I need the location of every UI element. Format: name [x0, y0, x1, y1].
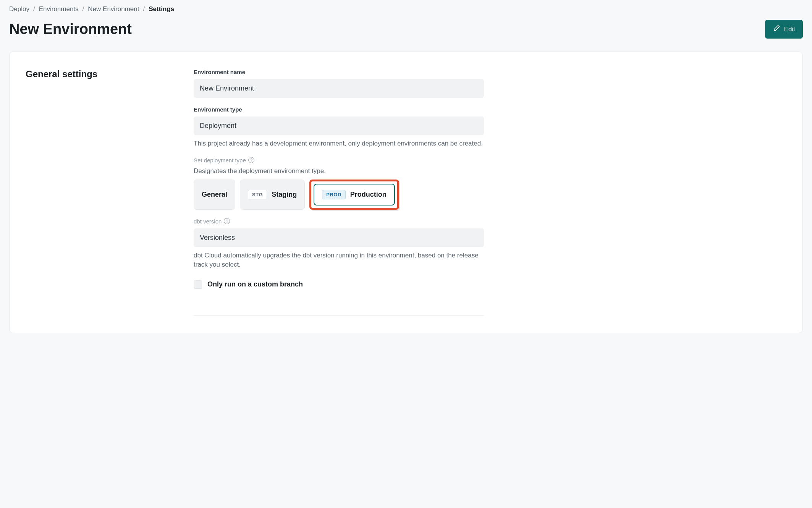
section-title: General settings [26, 69, 186, 79]
breadcrumb-new-environment[interactable]: New Environment [88, 5, 139, 13]
settings-card: General settings Environment name New En… [9, 52, 803, 333]
dbt-version-value: Versionless [194, 228, 484, 247]
deployment-type-options: General STG Staging PROD Production [194, 180, 484, 210]
deployment-option-label: Production [350, 191, 387, 199]
dbt-version-help: dbt Cloud automatically upgrades the dbt… [194, 251, 484, 270]
deployment-type-label: Set deployment type ? [194, 157, 484, 163]
breadcrumb-current: Settings [149, 5, 174, 13]
env-name-label: Environment name [194, 69, 484, 75]
env-name-value: New Environment [194, 79, 484, 98]
dbt-version-label-text: dbt version [194, 218, 222, 225]
deployment-type-label-text: Set deployment type [194, 157, 246, 163]
pencil-icon [773, 24, 780, 34]
section-divider [194, 315, 484, 316]
production-badge: PROD [322, 190, 346, 199]
deployment-option-production[interactable]: PROD Production [314, 184, 395, 205]
deployment-type-subtext: Designates the deployment environment ty… [194, 167, 484, 175]
help-icon[interactable]: ? [224, 218, 230, 224]
production-highlight: PROD Production [309, 180, 399, 210]
help-icon[interactable]: ? [248, 157, 254, 163]
breadcrumb-sep: / [143, 5, 145, 13]
field-environment-type: Environment type Deployment This project… [194, 106, 484, 149]
edit-button-label: Edit [784, 26, 795, 33]
env-type-label: Environment type [194, 106, 484, 113]
deployment-option-staging[interactable]: STG Staging [240, 180, 305, 210]
breadcrumb-deploy[interactable]: Deploy [9, 5, 29, 13]
env-type-value: Deployment [194, 116, 484, 135]
custom-branch-checkbox[interactable] [194, 280, 202, 289]
field-custom-branch: Only run on a custom branch [194, 280, 484, 289]
staging-badge: STG [248, 190, 267, 199]
field-deployment-type: Set deployment type ? Designates the dep… [194, 157, 484, 210]
deployment-option-label: General [202, 191, 227, 199]
env-type-help: This project already has a development e… [194, 139, 484, 149]
page-title: New Environment [9, 21, 132, 37]
field-environment-name: Environment name New Environment [194, 69, 484, 98]
breadcrumb-sep: / [82, 5, 84, 13]
edit-button[interactable]: Edit [765, 20, 803, 39]
dbt-version-label: dbt version ? [194, 218, 484, 225]
breadcrumb-sep: / [33, 5, 35, 13]
deployment-option-general[interactable]: General [194, 180, 235, 210]
breadcrumb-environments[interactable]: Environments [39, 5, 79, 13]
breadcrumb: Deploy / Environments / New Environment … [9, 5, 803, 13]
field-dbt-version: dbt version ? Versionless dbt Cloud auto… [194, 218, 484, 270]
custom-branch-label: Only run on a custom branch [207, 280, 303, 288]
deployment-option-label: Staging [272, 191, 297, 199]
